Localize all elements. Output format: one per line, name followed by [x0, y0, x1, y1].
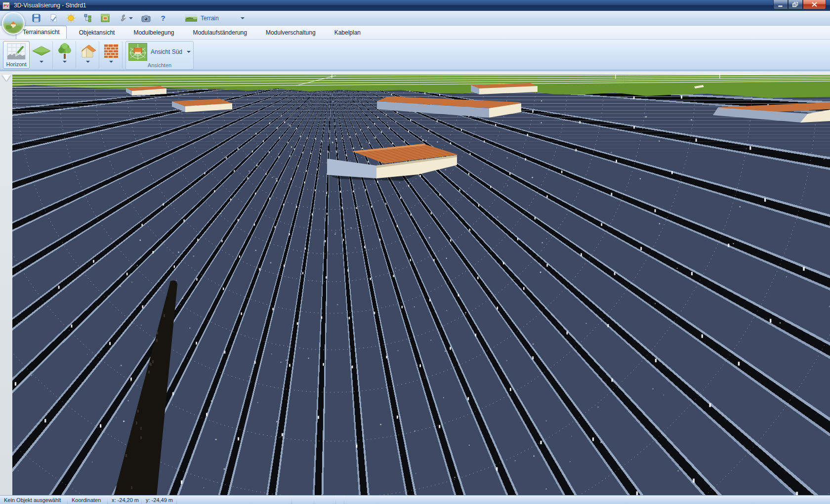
statusbar-empty-segment [344, 496, 830, 504]
tab-modulbelegung[interactable]: Modulbelegung [127, 27, 180, 39]
ground-plane-icon [32, 44, 51, 57]
view-mode-select[interactable]: Terrain [185, 14, 245, 22]
wall-caret-icon [109, 61, 113, 63]
screenshot-button[interactable] [140, 13, 151, 24]
add-building-button[interactable] [77, 41, 99, 69]
settings-button[interactable] [117, 13, 134, 24]
add-wall-button[interactable] [100, 41, 123, 69]
tab-modulaufstaenderung[interactable]: Modulaufständerung [186, 27, 253, 39]
views-group: Ansicht Süd Ansichten [125, 41, 194, 70]
tab-kabelplan[interactable]: Kabelplan [328, 27, 367, 39]
settings-caret-icon [129, 17, 133, 19]
minimize-button[interactable] [773, 0, 788, 9]
statusbar-empty-segment [292, 496, 314, 504]
coordinate-x-value: x: -24,20 m [108, 496, 141, 504]
wrench-icon [119, 14, 127, 22]
coordinate-y-value: y: -24,49 m [142, 496, 176, 504]
add-ground-plane-button[interactable] [31, 41, 53, 69]
terrain-map-button[interactable] [100, 13, 111, 24]
terrain-thumbnail-icon [185, 14, 197, 22]
ground-plane-caret-icon [40, 61, 43, 63]
tab-label: Kabelplan [334, 29, 361, 36]
horizon-button[interactable]: Horizont [3, 41, 30, 69]
tab-label: Modulverschaltung [266, 29, 316, 36]
3d-scene-overlay [12, 72, 830, 495]
app-icon-badge: PV [3, 3, 9, 8]
restore-icon [792, 2, 798, 7]
horizon-edit-icon [7, 43, 26, 60]
add-tree-button[interactable] [54, 41, 76, 69]
tree-structure-icon [84, 14, 92, 22]
tab-objektansicht[interactable]: Objektansicht [73, 27, 122, 39]
validate-page-button[interactable] [48, 13, 59, 24]
tab-modulverschaltung[interactable]: Modulverschaltung [259, 27, 322, 39]
quick-toolbar: ? Terrain [0, 11, 830, 26]
project-structure-button[interactable] [83, 13, 93, 24]
titlebar: PV 3D-Visualisierung - Stndrd1 [0, 0, 830, 11]
tree-caret-icon [63, 61, 67, 63]
statusbar-empty-segment [314, 496, 335, 504]
save-button[interactable] [31, 13, 42, 24]
tab-label: Modulaufständerung [193, 29, 247, 36]
tree-icon [56, 42, 73, 60]
statusbar-empty-segment [336, 496, 344, 504]
side-panel-gutter [0, 72, 12, 495]
view-south-button[interactable]: Ansicht Süd [126, 42, 193, 62]
view-south-label: Ansicht Süd [151, 48, 182, 55]
chevron-down-icon [2, 75, 11, 81]
house-icon [78, 42, 98, 59]
window-controls [773, 0, 826, 9]
map-icon [101, 14, 110, 22]
close-button[interactable] [803, 0, 826, 9]
app-menu-button[interactable] [2, 12, 25, 35]
close-icon [812, 2, 817, 7]
statusbar: Kein Objekt ausgewählt Koordinaten x: -2… [0, 495, 830, 504]
view-mode-caret-icon [241, 17, 245, 19]
3d-viewport[interactable] [12, 72, 830, 495]
view-mode-value: Terrain [201, 15, 219, 22]
tab-label: Objektansicht [79, 29, 115, 36]
help-button[interactable]: ? [158, 13, 168, 24]
minimize-icon [778, 2, 783, 7]
help-icon: ? [161, 14, 165, 22]
tab-label: Modulbelegung [133, 29, 174, 36]
brick-wall-icon [102, 42, 120, 59]
house-caret-icon [86, 61, 90, 63]
sun-icon [66, 13, 76, 23]
camera-icon [141, 14, 151, 22]
landscape-icon [6, 17, 21, 29]
application-window: PV 3D-Visualisierung - Stndrd1 [0, 0, 830, 504]
panel-collapse-button[interactable] [1, 75, 11, 84]
document-tabs: Terrainansicht Objektansicht Modulbelegu… [0, 26, 830, 40]
views-group-label: Ansichten [126, 62, 193, 69]
view-south-caret-icon [187, 51, 191, 53]
view-south-icon [128, 43, 147, 61]
page-check-icon [49, 14, 58, 22]
statusbar-empty-segment [177, 496, 291, 504]
app-icon[interactable]: PV [2, 2, 10, 9]
save-icon [32, 14, 41, 22]
ribbon: Horizont [0, 40, 830, 71]
tab-label: Terrainansicht [23, 29, 60, 36]
horizon-button-label: Horizont [6, 61, 27, 67]
sun-shadow-button[interactable] [65, 13, 76, 24]
selection-status: Kein Objekt ausgewählt [0, 496, 67, 504]
window-title: 3D-Visualisierung - Stndrd1 [14, 2, 86, 9]
restore-button[interactable] [788, 0, 803, 9]
coordinates-label: Koordinaten [68, 496, 107, 504]
scene-area [0, 72, 830, 495]
